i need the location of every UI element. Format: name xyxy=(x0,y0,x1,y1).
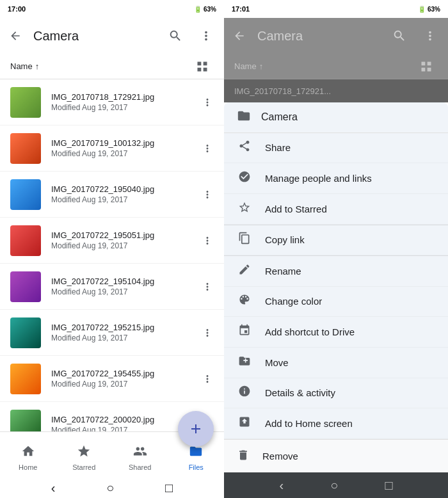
file-date: Modified Aug 19, 2017 xyxy=(51,195,196,204)
back-button-right[interactable] xyxy=(227,23,252,49)
menu-item-manage-people[interactable]: Manage people and links xyxy=(224,163,448,194)
search-button-right[interactable] xyxy=(387,23,412,49)
back-button-left[interactable] xyxy=(3,23,28,49)
file-name: IMG_20170718_172921.jpg xyxy=(51,92,196,102)
copy-link-icon xyxy=(237,232,252,248)
back-system-icon[interactable]: ‹ xyxy=(51,481,56,495)
starred-icon xyxy=(77,444,91,462)
nav-item-starred[interactable]: Starred xyxy=(56,439,113,471)
share-icon xyxy=(237,140,252,156)
shared-icon xyxy=(133,444,147,462)
more-button-right[interactable] xyxy=(417,23,443,49)
nav-label-starred: Starred xyxy=(72,463,95,471)
folder-icon xyxy=(237,109,251,126)
dimmed-header: Camera Name ↑ IMG_20170718_172921... xyxy=(224,18,448,102)
back-system-icon-right[interactable]: ‹ xyxy=(280,478,284,493)
star-icon xyxy=(237,201,252,217)
file-name: IMG_20170722_200020.jpg xyxy=(51,415,196,424)
file-more-button[interactable] xyxy=(196,183,219,206)
file-name: IMG_20170722_195455.jpg xyxy=(51,369,196,378)
file-more-button[interactable] xyxy=(196,137,219,160)
menu-item-add-home[interactable]: Add to Home screen xyxy=(224,408,448,439)
file-name: IMG_20170722_195040.jpg xyxy=(51,184,196,194)
fab-button[interactable] xyxy=(178,411,214,447)
file-more-button[interactable] xyxy=(196,321,219,344)
file-item[interactable]: IMG_20170718_172921.jpg Modified Aug 19,… xyxy=(0,79,224,125)
grid-toggle-button[interactable] xyxy=(191,55,214,78)
recent-system-icon-right[interactable]: □ xyxy=(385,478,392,493)
change-color-label: Change color xyxy=(265,296,322,307)
menu-item-copy-link[interactable]: Copy link xyxy=(224,225,448,255)
battery-right: 🔋 63% xyxy=(418,6,440,13)
more-button-left[interactable] xyxy=(193,23,219,49)
menu-item-change-color[interactable]: Change color xyxy=(224,287,448,317)
details-icon xyxy=(237,385,252,401)
file-thumbnail xyxy=(10,364,41,394)
file-item[interactable]: IMG_20170719_100132.jpg Modified Aug 19,… xyxy=(0,125,224,172)
file-more-button[interactable] xyxy=(196,229,219,252)
nav-item-shared[interactable]: Shared xyxy=(112,439,168,471)
add-shortcut-label: Add shortcut to Drive xyxy=(265,326,355,337)
file-thumbnail xyxy=(10,179,41,210)
move-icon xyxy=(237,355,252,371)
remove-label: Remove xyxy=(262,451,298,462)
file-item[interactable]: IMG_20170722_195104.jpg Modified Aug 19,… xyxy=(0,264,224,310)
menu-item-rename[interactable]: Rename xyxy=(224,256,448,287)
menu-item-remove[interactable]: Remove xyxy=(224,439,448,472)
file-date: Modified Aug 19, 2017 xyxy=(51,333,196,342)
sort-bar: Name ↑ xyxy=(0,54,224,79)
file-date: Modified Aug 19, 2017 xyxy=(51,380,196,389)
file-item[interactable]: IMG_20170722_195455.jpg Modified Aug 19,… xyxy=(0,356,224,402)
menu-item-details[interactable]: Details & activity xyxy=(224,378,448,409)
sort-label[interactable]: Name ↑ xyxy=(10,61,39,71)
context-menu-title: Camera xyxy=(261,111,298,123)
file-more-button[interactable] xyxy=(196,91,219,114)
file-item[interactable]: IMG_20170722_195215.jpg Modified Aug 19,… xyxy=(0,310,224,356)
rename-icon xyxy=(237,263,252,279)
file-date: Modified Aug 19, 2017 xyxy=(51,103,196,112)
remove-icon xyxy=(237,449,250,464)
move-label: Move xyxy=(265,357,289,368)
partial-file-item: IMG_20170718_172921... xyxy=(224,79,448,102)
add-home-icon xyxy=(237,415,252,431)
add-home-label: Add to Home screen xyxy=(265,418,353,429)
status-bar-left: 17:00 🔋 63% xyxy=(0,0,224,18)
sort-label-right: Name ↑ xyxy=(234,61,263,71)
add-shortcut-icon xyxy=(237,324,252,340)
recent-system-icon[interactable]: □ xyxy=(165,481,173,495)
nav-item-home[interactable]: Home xyxy=(0,439,56,471)
file-more-button[interactable] xyxy=(196,367,219,390)
file-item[interactable]: IMG_20170722_195051.jpg Modified Aug 19,… xyxy=(0,218,224,264)
menu-item-share[interactable]: Share xyxy=(224,133,448,164)
file-more-button[interactable] xyxy=(196,275,219,298)
menu-item-add-shortcut[interactable]: Add shortcut to Drive xyxy=(224,317,448,348)
nav-label-files: Files xyxy=(189,463,204,471)
file-thumbnail xyxy=(10,225,41,256)
home-system-icon-right[interactable]: ○ xyxy=(330,478,338,493)
file-date: Modified Aug 19, 2017 xyxy=(51,241,196,250)
file-name: IMG_20170719_100132.jpg xyxy=(51,138,196,148)
file-item[interactable]: IMG_20170722_195040.jpg Modified Aug 19,… xyxy=(0,172,224,218)
search-button-left[interactable] xyxy=(163,23,188,49)
file-date: Modified Aug 19, 2017 xyxy=(51,426,196,431)
file-thumbnail xyxy=(10,317,41,348)
menu-item-move[interactable]: Move xyxy=(224,348,448,378)
sort-bar-right: Name ↑ xyxy=(224,54,448,79)
file-date: Modified Aug 19, 2017 xyxy=(51,149,196,158)
file-thumbnail xyxy=(10,410,41,432)
menu-item-add-starred[interactable]: Add to Starred xyxy=(224,194,448,225)
status-bar-right: 17:01 🔋 63% xyxy=(224,0,448,18)
share-label: Share xyxy=(265,142,291,153)
home-system-icon[interactable]: ○ xyxy=(106,481,114,495)
file-date: Modified Aug 19, 2017 xyxy=(51,287,196,296)
page-title-right: Camera xyxy=(257,29,381,44)
file-list: IMG_20170718_172921.jpg Modified Aug 19,… xyxy=(0,79,224,431)
app-header-right: Camera xyxy=(224,18,448,54)
file-name: IMG_20170722_195104.jpg xyxy=(51,277,196,286)
battery-icon-left: 🔋 xyxy=(194,6,202,13)
left-panel: 17:00 🔋 63% Camera Name ↑ xyxy=(0,0,224,498)
time-right: 17:01 xyxy=(232,5,418,13)
battery-icon-right: 🔋 xyxy=(418,6,426,13)
nav-label-home: Home xyxy=(19,463,37,471)
app-header-left: Camera xyxy=(0,18,224,54)
